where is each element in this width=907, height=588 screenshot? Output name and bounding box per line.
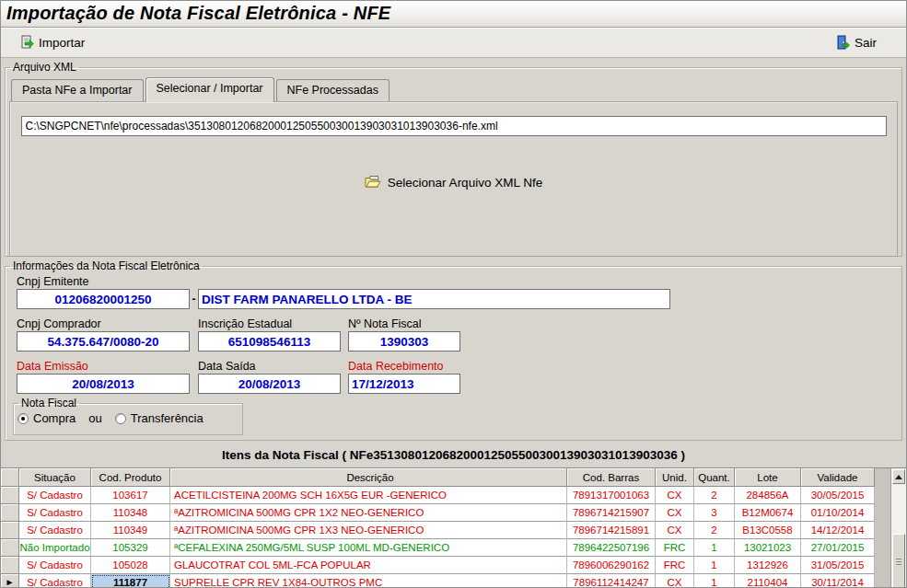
cell-validade[interactable]: 01/10/2014 xyxy=(801,504,875,522)
data-recebimento-label: Data Recebimento xyxy=(348,360,444,373)
selecionar-arquivo-xml-button[interactable]: Selecionar Arquivo XML Nfe xyxy=(359,173,548,191)
cell-situacao[interactable]: S/ Cadastro xyxy=(19,557,91,574)
cell-descricao[interactable]: ªCEFALEXINA 250MG/5ML SUSP 100ML MD-GENE… xyxy=(170,539,567,557)
col-situacao[interactable]: Situação xyxy=(19,468,91,487)
col-lote[interactable]: Lote xyxy=(735,468,801,487)
tab-pasta-nfe-a-importar[interactable]: Pasta NFe a Importar xyxy=(11,79,144,101)
cell-unid[interactable]: CX xyxy=(656,504,694,522)
radio-compra-label[interactable]: Compra xyxy=(33,411,76,425)
cell-lote[interactable]: 1312926 xyxy=(735,557,801,574)
col-validade[interactable]: Validade xyxy=(801,468,875,487)
cell-descricao[interactable]: ACETILCISTEINA 200MG SCH 16X5G EUR -GENE… xyxy=(170,487,567,504)
cell-quant[interactable]: 1 xyxy=(694,539,735,557)
table-row-selected[interactable]: ► S/ Cadastro 111877 SUPRELLE CPR REV 1X… xyxy=(1,574,906,588)
cnpj-comprador-field[interactable] xyxy=(17,331,190,352)
cell-cod-produto[interactable]: 103617 xyxy=(91,487,170,504)
cell-quant[interactable]: 1 xyxy=(694,557,735,574)
cell-unid[interactable]: CX xyxy=(656,487,694,504)
cell-cod-produto-selected[interactable]: 111877 xyxy=(91,574,170,588)
cell-quant[interactable]: 2 xyxy=(694,522,735,539)
cell-unid[interactable]: CX xyxy=(656,574,694,588)
row-indicator xyxy=(1,504,19,522)
data-emissao-field[interactable] xyxy=(17,374,190,394)
table-row[interactable]: S/ Cadastro 110349 ªAZITROMICINA 500MG C… xyxy=(1,522,906,539)
cnpj-emitente-field[interactable] xyxy=(17,289,190,309)
cell-unid[interactable]: FRC xyxy=(656,557,694,574)
cell-cod-barras[interactable]: 7896714215891 xyxy=(567,522,656,539)
cell-descricao[interactable]: GLAUCOTRAT COL 5ML-FCA POPULAR xyxy=(170,557,567,574)
emitente-nome-field[interactable] xyxy=(198,289,670,309)
scrollbar-thumb[interactable] xyxy=(892,534,905,588)
col-unid[interactable]: Unid. xyxy=(656,468,694,487)
importar-button[interactable]: Importar xyxy=(12,31,92,53)
cell-situacao[interactable]: S/ Cadastro xyxy=(19,574,91,588)
cell-situacao[interactable]: S/ Cadastro xyxy=(19,487,91,504)
sair-label: Sair xyxy=(855,36,877,50)
cell-cod-barras[interactable]: 7896422507196 xyxy=(567,539,656,557)
cell-unid[interactable]: FRC xyxy=(656,539,694,557)
col-quant[interactable]: Quant. xyxy=(694,468,735,487)
sair-button[interactable]: Sair xyxy=(828,31,884,53)
cell-cod-barras[interactable]: 7896112414247 xyxy=(567,574,656,588)
data-saida-field[interactable] xyxy=(198,374,341,394)
radio-compra[interactable] xyxy=(17,413,29,424)
cell-situacao[interactable]: S/ Cadastro xyxy=(19,504,91,522)
cell-lote[interactable]: B13C0558 xyxy=(735,522,801,539)
cell-cod-barras[interactable]: 7891317001063 xyxy=(567,487,656,504)
cell-lote[interactable]: 2110404 xyxy=(735,574,801,588)
cell-cod-produto[interactable]: 105329 xyxy=(91,539,170,557)
current-row-arrow-icon: ► xyxy=(6,578,15,587)
grid-indicator-header xyxy=(1,468,19,487)
open-folder-icon xyxy=(365,175,381,190)
data-emissao-label: Data Emissão xyxy=(17,360,198,373)
tab-nfe-processadas[interactable]: NFe Processadas xyxy=(276,79,390,101)
inscricao-estadual-field[interactable] xyxy=(198,331,341,352)
cell-validade[interactable]: 14/12/2014 xyxy=(801,522,875,539)
cell-validade[interactable]: 31/05/2015 xyxy=(801,557,875,574)
cell-quant[interactable]: 2 xyxy=(694,487,735,504)
col-cod-barras[interactable]: Cod. Barras xyxy=(567,468,656,487)
cell-unid[interactable]: CX xyxy=(656,522,694,539)
data-recebimento-field[interactable] xyxy=(348,374,460,394)
table-row[interactable]: Não Importado 105329 ªCEFALEXINA 250MG/5… xyxy=(1,539,906,557)
itens-grid-title: Itens da Nota Fiscal ( NFe35130801206820… xyxy=(1,441,906,467)
tab-selecionar-importar[interactable]: Selecionar / Importar xyxy=(145,77,274,102)
cell-cod-produto[interactable]: 110349 xyxy=(91,522,170,539)
cell-quant[interactable]: 3 xyxy=(694,504,735,522)
row-indicator xyxy=(1,539,19,557)
cell-cod-barras[interactable]: 7896714215907 xyxy=(567,504,656,522)
cell-descricao[interactable]: ªAZITROMICINA 500MG CPR 1X2 NEO-GENERICO xyxy=(170,504,567,522)
cell-lote[interactable]: B12M0674 xyxy=(735,504,801,522)
row-indicator xyxy=(1,557,19,574)
page-title: Importação de Nota Fiscal Eletrônica - N… xyxy=(1,1,906,28)
cell-quant[interactable]: 1 xyxy=(694,574,735,588)
row-indicator xyxy=(1,487,19,504)
num-nota-fiscal-field[interactable] xyxy=(348,331,460,352)
radio-transferencia-label[interactable]: Transferência xyxy=(131,411,203,425)
cell-validade[interactable]: 30/11/2014 xyxy=(801,574,875,588)
cell-descricao[interactable]: ªAZITROMICINA 500MG CPR 1X3 NEO-GENERICO xyxy=(170,522,567,539)
radio-transferencia[interactable] xyxy=(115,413,126,424)
xml-path-input[interactable] xyxy=(21,116,887,136)
col-cod-produto[interactable]: Cod. Produto xyxy=(91,468,170,487)
table-row[interactable]: S/ Cadastro 105028 GLAUCOTRAT COL 5ML-FC… xyxy=(1,557,906,574)
arquivo-xml-group: Arquivo XML Pasta NFe a Importar Selecio… xyxy=(5,61,902,257)
cell-descricao[interactable]: SUPRELLE CPR REV 1X84-OUTROS PMC xyxy=(170,574,567,588)
grid-vertical-scrollbar[interactable] xyxy=(890,468,906,588)
col-descricao[interactable]: Descrição xyxy=(170,468,567,487)
cell-lote[interactable]: 13021023 xyxy=(735,539,801,557)
nfe-import-window: Importação de Nota Fiscal Eletrônica - N… xyxy=(0,0,907,588)
table-row[interactable]: S/ Cadastro 110348 ªAZITROMICINA 500MG C… xyxy=(1,504,906,522)
table-row[interactable]: S/ Cadastro 103617 ACETILCISTEINA 200MG … xyxy=(1,487,906,504)
informacoes-group-label: Informações da Nota Fiscal Eletrônica xyxy=(10,259,203,272)
cell-validade[interactable]: 27/01/2015 xyxy=(801,539,875,557)
arquivo-xml-group-label: Arquivo XML xyxy=(10,61,79,74)
cell-situacao[interactable]: Não Importado xyxy=(19,539,91,557)
cell-lote[interactable]: 284856A xyxy=(735,487,801,504)
cell-cod-produto[interactable]: 110348 xyxy=(91,504,170,522)
cell-cod-produto[interactable]: 105028 xyxy=(91,557,170,574)
cell-cod-barras[interactable]: 7896006290162 xyxy=(567,557,656,574)
cell-situacao[interactable]: S/ Cadastro xyxy=(19,522,91,539)
scrollbar-up-button[interactable] xyxy=(892,469,905,484)
cell-validade[interactable]: 30/05/2015 xyxy=(801,487,875,504)
